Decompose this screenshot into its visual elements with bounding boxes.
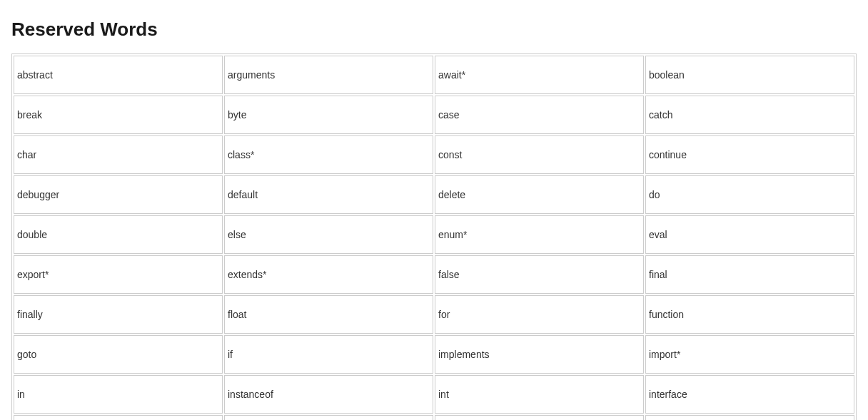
table-row: breakbytecasecatch bbox=[14, 96, 854, 134]
table-cell: goto bbox=[14, 335, 223, 374]
table-cell: int bbox=[435, 375, 644, 414]
table-cell: do bbox=[645, 175, 854, 214]
table-cell: class* bbox=[224, 135, 433, 174]
table-row: doubleelseenum*eval bbox=[14, 215, 854, 254]
table-cell: arguments bbox=[224, 56, 433, 94]
table-cell: for bbox=[435, 295, 644, 334]
table-cell: instanceof bbox=[224, 375, 433, 414]
table-cell: eval bbox=[645, 215, 854, 254]
table-cell: case bbox=[435, 96, 644, 134]
table-cell: debugger bbox=[14, 175, 223, 214]
table-row: ininstanceofintinterface bbox=[14, 375, 854, 414]
reserved-words-table: abstractargumentsawait*booleanbreakbytec… bbox=[11, 53, 857, 420]
table-cell: delete bbox=[435, 175, 644, 214]
table-cell: const bbox=[435, 135, 644, 174]
section-heading: Reserved Words bbox=[11, 19, 857, 41]
table-cell: final bbox=[645, 255, 854, 294]
table-cell: await* bbox=[435, 56, 644, 94]
table-cell: byte bbox=[224, 96, 433, 134]
table-row: finallyfloatforfunction bbox=[14, 295, 854, 334]
table-cell: double bbox=[14, 215, 223, 254]
table-cell: char bbox=[14, 135, 223, 174]
table-cell: enum* bbox=[435, 215, 644, 254]
table-row: debuggerdefaultdeletedo bbox=[14, 175, 854, 214]
table-cell: break bbox=[14, 96, 223, 134]
table-cell: boolean bbox=[645, 56, 854, 94]
table-cell: else bbox=[224, 215, 433, 254]
table-row: abstractargumentsawait*boolean bbox=[14, 56, 854, 94]
table-row: export*extends*falsefinal bbox=[14, 255, 854, 294]
table-cell: native bbox=[435, 415, 644, 420]
table-cell: function bbox=[645, 295, 854, 334]
table-row: let*longnativenew bbox=[14, 415, 854, 420]
table-cell: default bbox=[224, 175, 433, 214]
table-cell: export* bbox=[14, 255, 223, 294]
table-cell: long bbox=[224, 415, 433, 420]
table-cell: continue bbox=[645, 135, 854, 174]
table-cell: false bbox=[435, 255, 644, 294]
table-cell: catch bbox=[645, 96, 854, 134]
table-cell: float bbox=[224, 295, 433, 334]
table-cell: in bbox=[14, 375, 223, 414]
table-cell: new bbox=[645, 415, 854, 420]
table-cell: import* bbox=[645, 335, 854, 374]
table-cell: interface bbox=[645, 375, 854, 414]
table-cell: implements bbox=[435, 335, 644, 374]
table-cell: let* bbox=[14, 415, 223, 420]
table-row: charclass*constcontinue bbox=[14, 135, 854, 174]
table-row: gotoifimplementsimport* bbox=[14, 335, 854, 374]
table-cell: if bbox=[224, 335, 433, 374]
table-cell: finally bbox=[14, 295, 223, 334]
table-cell: extends* bbox=[224, 255, 433, 294]
table-cell: abstract bbox=[14, 56, 223, 94]
